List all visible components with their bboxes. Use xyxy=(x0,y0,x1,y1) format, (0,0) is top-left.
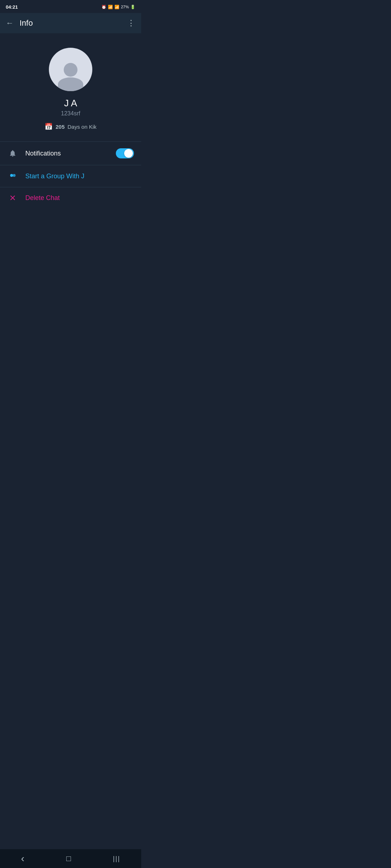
delete-chat-label: Delete Chat xyxy=(25,194,134,202)
back-button[interactable]: ← xyxy=(6,18,14,28)
avatar-head xyxy=(64,63,77,77)
notifications-toggle[interactable] xyxy=(116,148,134,158)
start-group-label: Start a Group With J xyxy=(25,173,134,180)
wifi-icon: 📶 xyxy=(108,5,113,9)
start-group-item[interactable]: Start a Group With J xyxy=(0,165,141,187)
page-title: Info xyxy=(20,18,33,28)
app-bar-left: ← Info xyxy=(6,18,33,28)
toggle-knob xyxy=(124,149,133,158)
close-icon xyxy=(7,194,18,202)
avatar-body xyxy=(58,77,83,91)
group-icon xyxy=(7,172,18,180)
empty-content-area xyxy=(0,208,141,425)
avatar xyxy=(49,48,92,91)
notifications-item[interactable]: Notifications xyxy=(0,142,141,165)
days-count: 205 xyxy=(55,124,64,130)
status-icons: ⏰ 📶 📶 27% 🔋 xyxy=(101,5,135,9)
status-time: 04:21 xyxy=(6,4,18,10)
more-options-button[interactable]: ⋮ xyxy=(127,18,135,28)
svg-point-1 xyxy=(13,174,16,177)
profile-name: J A xyxy=(64,98,77,109)
days-label: Days on Kik xyxy=(67,124,96,130)
bell-icon xyxy=(7,149,18,157)
action-list: Notifications Start a Group With J Delet… xyxy=(0,142,141,208)
status-bar: 04:21 ⏰ 📶 📶 27% 🔋 xyxy=(0,0,141,13)
app-bar: ← Info ⋮ xyxy=(0,13,141,33)
battery-level: 27% xyxy=(121,5,129,9)
toggle-switch[interactable] xyxy=(116,148,134,158)
days-on-kik: 📅 205 Days on Kik xyxy=(45,123,96,131)
notifications-label: Notifications xyxy=(25,150,109,157)
signal-icon: 📶 xyxy=(114,5,119,9)
delete-chat-item[interactable]: Delete Chat xyxy=(0,187,141,208)
profile-username: 1234srf xyxy=(61,110,80,117)
svg-point-0 xyxy=(10,174,13,177)
profile-section: J A 1234srf 📅 205 Days on Kik xyxy=(0,33,141,142)
battery-icon: 🔋 xyxy=(130,5,135,9)
alarm-icon: ⏰ xyxy=(101,5,106,9)
calendar-icon: 📅 xyxy=(45,123,52,131)
avatar-figure xyxy=(58,63,83,91)
